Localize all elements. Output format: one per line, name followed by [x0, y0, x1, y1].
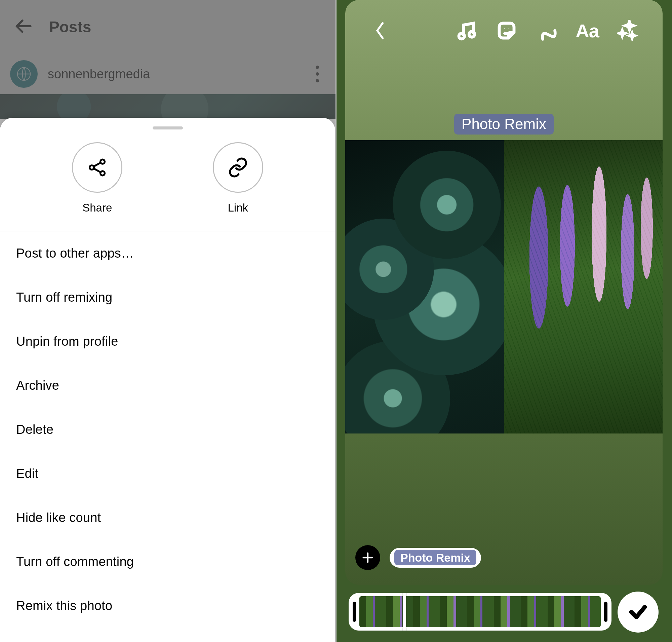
menu-item-delete[interactable]: Delete: [0, 408, 335, 452]
posts-header: Posts: [0, 0, 336, 54]
svg-point-7: [459, 33, 465, 39]
trim-handle-left[interactable]: [353, 602, 356, 622]
text-tool-icon[interactable]: Aa: [567, 20, 607, 42]
remix-image-left: [345, 140, 504, 434]
menu-item-edit[interactable]: Edit: [0, 452, 335, 496]
photo-remix-chip[interactable]: Photo Remix: [390, 548, 481, 568]
link-label: Link: [228, 202, 248, 214]
remix-split-image: [345, 140, 662, 434]
add-button[interactable]: [355, 545, 380, 570]
menu-item-hide-likes[interactable]: Hide like count: [0, 496, 335, 540]
story-chip-row: Photo Remix: [355, 545, 481, 570]
menu-item-archive[interactable]: Archive: [0, 363, 335, 408]
left-screenshot: Posts sonnenbergmedia Share: [0, 0, 336, 642]
share-action[interactable]: Share: [72, 142, 122, 214]
menu-item-turn-off-comment[interactable]: Turn off commenting: [0, 540, 335, 584]
sparkle-icon[interactable]: [607, 20, 648, 41]
svg-point-10: [509, 28, 509, 29]
bottom-sheet: Share Link Post to other apps… Turn off …: [0, 118, 335, 642]
story-back-icon[interactable]: [360, 20, 400, 42]
link-action[interactable]: Link: [213, 142, 263, 214]
effects-icon[interactable]: [527, 20, 567, 42]
back-arrow-icon[interactable]: [13, 16, 33, 37]
screenshot-divider: [336, 0, 336, 642]
post-image-preview: [0, 94, 336, 119]
link-icon: [213, 142, 263, 193]
sheet-grabber[interactable]: [153, 127, 183, 129]
kebab-menu-icon[interactable]: [309, 66, 326, 82]
trim-handle-right[interactable]: [604, 602, 607, 622]
svg-line-5: [94, 163, 101, 166]
remix-image-right: [504, 140, 662, 434]
photo-remix-badge[interactable]: Photo Remix: [454, 114, 554, 134]
menu-item-post-other-apps[interactable]: Post to other apps…: [0, 231, 335, 275]
avatar[interactable]: [10, 60, 38, 88]
menu-item-unpin[interactable]: Unpin from profile: [0, 320, 335, 363]
svg-line-6: [94, 168, 101, 172]
menu-item-turn-off-remixing[interactable]: Turn off remixing: [0, 275, 335, 320]
confirm-button[interactable]: [618, 592, 659, 632]
share-icon: [72, 142, 122, 193]
sheet-menu: Post to other apps… Turn off remixing Un…: [0, 231, 335, 642]
music-icon[interactable]: [446, 20, 487, 42]
right-screenshot: Aa Photo Remix Photo Remix: [336, 0, 672, 642]
page-title: Posts: [49, 18, 91, 36]
story-canvas[interactable]: Aa Photo Remix Photo Remix: [345, 0, 662, 585]
story-topbar: Aa: [360, 20, 648, 42]
share-label: Share: [82, 202, 112, 214]
svg-point-9: [504, 28, 505, 29]
username-label[interactable]: sonnenbergmedia: [48, 67, 299, 81]
timeline-frames[interactable]: [359, 596, 601, 627]
sticker-icon[interactable]: [487, 20, 527, 42]
menu-item-remix-photo[interactable]: Remix this photo: [0, 584, 335, 628]
svg-point-8: [469, 31, 475, 37]
sheet-action-row: Share Link: [0, 133, 335, 231]
timeline-scrubber[interactable]: [403, 593, 406, 631]
post-author-row: sonnenbergmedia: [0, 54, 336, 94]
video-timeline[interactable]: [349, 593, 611, 631]
chip-label: Photo Remix: [394, 550, 476, 565]
